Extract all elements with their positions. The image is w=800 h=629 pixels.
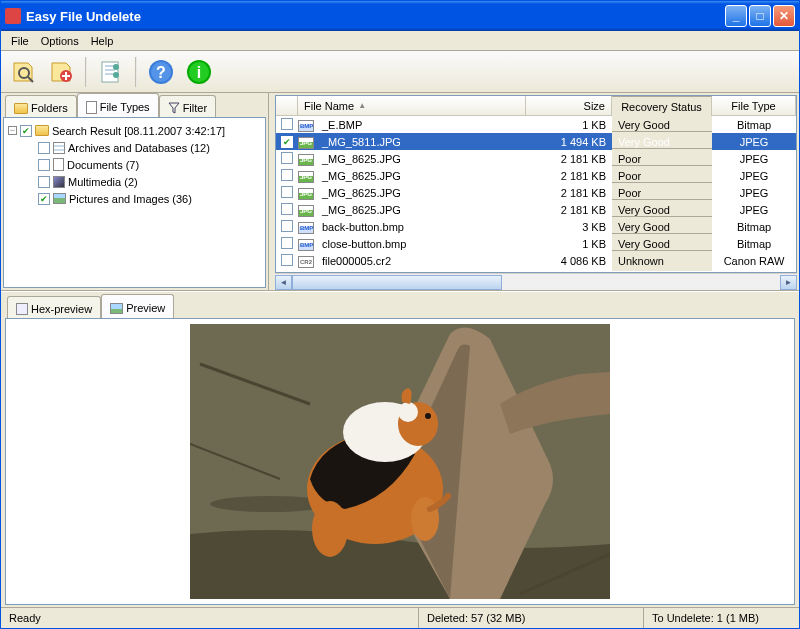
table-row[interactable]: JPG_MG_8625.JPG2 181 KBVery GoodJPEG [276, 201, 796, 218]
tree-item[interactable]: Documents (7) [8, 156, 261, 173]
tree-view[interactable]: − Search Result [08.11.2007 3:42:17] Arc… [3, 117, 266, 288]
cell-name: back-button.bmp [316, 220, 526, 234]
app-icon [5, 8, 21, 24]
col-checkbox[interactable] [276, 96, 298, 115]
tree-item-label: Archives and Databases (12) [68, 142, 210, 154]
grid-header: File Name▲ Size Recovery Status File Typ… [276, 96, 796, 116]
menu-file[interactable]: File [5, 33, 35, 49]
file-type-icon: BMP [298, 239, 314, 251]
row-checkbox[interactable] [281, 118, 293, 130]
tree-item[interactable]: Multimedia (2) [8, 173, 261, 190]
right-pane: File Name▲ Size Recovery Status File Typ… [269, 93, 799, 290]
table-row[interactable]: ✔JPG_MG_5811.JPG1 494 KBVery GoodJPEG [276, 133, 796, 150]
tree-root[interactable]: − Search Result [08.11.2007 3:42:17] [8, 122, 261, 139]
preview-tabs: Hex-preview Preview [1, 292, 799, 318]
col-type[interactable]: File Type [712, 96, 796, 115]
table-row[interactable]: BMPback-button.bmp3 KBVery GoodBitmap [276, 218, 796, 235]
maximize-button[interactable]: □ [749, 5, 771, 27]
col-filename[interactable]: File Name▲ [298, 96, 526, 115]
expand-icon[interactable]: − [8, 126, 17, 135]
menu-options[interactable]: Options [35, 33, 85, 49]
doc-icon [86, 101, 97, 114]
close-button[interactable]: ✕ [773, 5, 795, 27]
cell-size: 4 086 KB [526, 254, 612, 268]
doc-icon [53, 158, 64, 171]
grid-body[interactable]: BMP_E.BMP1 KBVery GoodBitmap✔JPG_MG_5811… [276, 116, 796, 272]
checkbox[interactable] [38, 159, 50, 171]
toolbar-separator [85, 57, 87, 87]
cell-type: JPEG [712, 152, 796, 166]
tree-item-label: Pictures and Images (36) [69, 193, 192, 205]
folder-icon [14, 103, 28, 114]
checkbox[interactable] [38, 142, 50, 154]
tree-item-label: Documents (7) [67, 159, 139, 171]
file-type-icon: JPG [298, 188, 314, 200]
tree-item[interactable]: Archives and Databases (12) [8, 139, 261, 156]
file-type-icon: BMP [298, 120, 314, 132]
tab-filetypes[interactable]: File Types [77, 93, 159, 117]
scroll-right-button[interactable]: ► [780, 275, 797, 290]
status-undelete: To Undelete: 1 (1 MB) [644, 608, 799, 628]
menubar: File Options Help [1, 31, 799, 51]
preview-image [190, 324, 610, 599]
row-checkbox[interactable]: ✔ [281, 136, 293, 148]
upper-split: Folders File Types Filter − Search Resul… [1, 93, 799, 291]
scroll-left-button[interactable]: ◄ [275, 275, 292, 290]
tab-preview[interactable]: Preview [101, 294, 174, 318]
cell-size: 2 181 KB [526, 152, 612, 166]
cell-type: JPEG [712, 135, 796, 149]
col-status[interactable]: Recovery Status [612, 96, 712, 117]
row-checkbox[interactable] [281, 254, 293, 266]
table-row[interactable]: JPG_MG_8625.JPG2 181 KBPoorJPEG [276, 167, 796, 184]
col-size[interactable]: Size [526, 96, 612, 115]
checkbox[interactable] [38, 176, 50, 188]
toolbar-options-button[interactable] [95, 56, 127, 88]
tab-filter[interactable]: Filter [159, 95, 216, 117]
toolbar-info-button[interactable]: i [183, 56, 215, 88]
table-row[interactable]: CR2file000005.cr24 086 KBUnknownCanon RA… [276, 252, 796, 269]
cell-size: 3 KB [526, 220, 612, 234]
table-row[interactable]: BMPclose-button.bmp1 KBVery GoodBitmap [276, 235, 796, 252]
menu-help[interactable]: Help [85, 33, 120, 49]
cell-name: close-button.bmp [316, 237, 526, 251]
file-type-icon: BMP [298, 222, 314, 234]
cell-size: 2 181 KB [526, 203, 612, 217]
row-checkbox[interactable] [281, 220, 293, 232]
status-bar: Ready Deleted: 57 (32 MB) To Undelete: 1… [1, 607, 799, 628]
table-row[interactable]: JPG_MG_8625.JPG2 181 KBPoorJPEG [276, 150, 796, 167]
table-row[interactable]: JPG_MG_8625.JPG2 181 KBPoorJPEG [276, 184, 796, 201]
row-checkbox[interactable] [281, 237, 293, 249]
checkbox[interactable] [38, 193, 50, 205]
table-row[interactable]: BMP_E.BMP1 KBVery GoodBitmap [276, 116, 796, 133]
cell-name: _E.BMP [316, 118, 526, 132]
cell-name: file000005.cr2 [316, 254, 526, 268]
cell-status: Unknown [612, 250, 712, 271]
picture-icon [110, 303, 123, 314]
cell-name: _MG_5811.JPG [316, 135, 526, 149]
row-checkbox[interactable] [281, 186, 293, 198]
row-checkbox[interactable] [281, 169, 293, 181]
toolbar-help-button[interactable]: ? [145, 56, 177, 88]
tab-folders[interactable]: Folders [5, 95, 77, 117]
checkbox[interactable] [20, 125, 32, 137]
file-type-icon: JPG [298, 137, 314, 149]
svg-point-18 [398, 402, 418, 422]
tree-root-label: Search Result [08.11.2007 3:42:17] [52, 125, 225, 137]
left-tabs: Folders File Types Filter [1, 93, 268, 117]
tree-item[interactable]: Pictures and Images (36) [8, 190, 261, 207]
hex-icon [16, 303, 28, 315]
status-ready: Ready [1, 608, 419, 628]
row-checkbox[interactable] [281, 152, 293, 164]
cell-name: _MG_8625.JPG [316, 169, 526, 183]
file-type-icon: JPG [298, 154, 314, 166]
scroll-thumb[interactable] [292, 275, 502, 290]
row-checkbox[interactable] [281, 203, 293, 215]
tab-hex-preview[interactable]: Hex-preview [7, 296, 101, 318]
cell-type: JPEG [712, 186, 796, 200]
db-icon [53, 142, 65, 154]
cell-type: JPEG [712, 203, 796, 217]
toolbar-search-button[interactable] [7, 56, 39, 88]
minimize-button[interactable]: _ [725, 5, 747, 27]
horizontal-scrollbar[interactable]: ◄ ► [275, 273, 797, 290]
toolbar-add-button[interactable] [45, 56, 77, 88]
